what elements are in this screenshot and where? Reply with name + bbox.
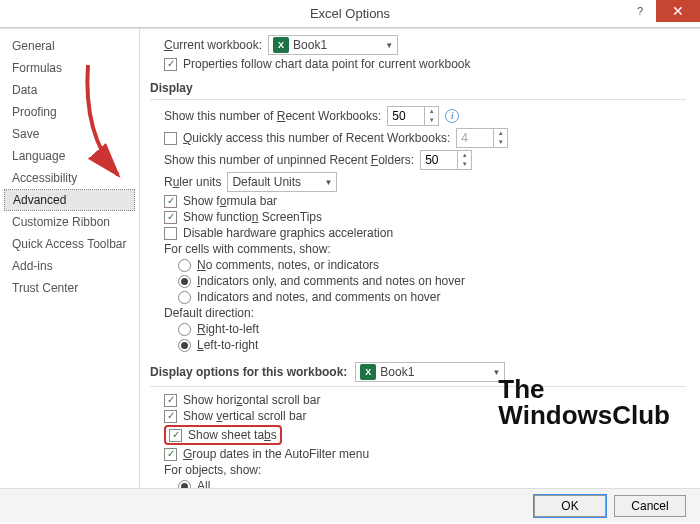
- dir-rtl-label: Right-to-left: [197, 322, 259, 336]
- dir-ltr-radio[interactable]: [178, 339, 191, 352]
- screentips-label: Show function ScreenTips: [183, 210, 322, 224]
- group-dates-checkbox[interactable]: ✓: [164, 448, 177, 461]
- comments-opt3: Indicators and notes, and comments on ho…: [150, 290, 686, 304]
- dialog-footer: OK Cancel: [0, 488, 700, 522]
- ruler-dropdown[interactable]: Default Units ▼: [227, 172, 337, 192]
- chevron-down-icon: ▼: [375, 41, 393, 50]
- objects-all: All: [150, 479, 686, 488]
- hw-accel-label: Disable hardware graphics acceleration: [183, 226, 393, 240]
- prop-follow-label: Properties follow chart data point for c…: [183, 57, 470, 71]
- current-workbook-row: CCurrent workbook:urrent workbook: X Boo…: [150, 35, 686, 55]
- options-pane: CCurrent workbook:urrent workbook: X Boo…: [140, 29, 700, 488]
- watermark-line1: The: [498, 376, 670, 402]
- dir-rtl: Right-to-left: [150, 322, 686, 336]
- sidebar-item-formulas[interactable]: Formulas: [0, 57, 139, 79]
- workbook-section-label: Display options for this workbook:: [150, 365, 347, 379]
- sidebar-item-trust-center[interactable]: Trust Center: [0, 277, 139, 299]
- ok-button[interactable]: OK: [534, 495, 606, 517]
- comments-radio-none[interactable]: [178, 259, 191, 272]
- dir-rtl-radio[interactable]: [178, 323, 191, 336]
- recent-folders-label: Show this number of unpinned Recent Fold…: [164, 153, 414, 167]
- ruler-label: Ruler units: [164, 175, 221, 189]
- dir-ltr: Left-to-right: [150, 338, 686, 352]
- current-workbook-value: Book1: [293, 38, 327, 52]
- cancel-button[interactable]: Cancel: [614, 495, 686, 517]
- formula-bar-row: ✓ Show formula bar: [150, 194, 686, 208]
- sidebar-item-data[interactable]: Data: [0, 79, 139, 101]
- sidebar-item-quick-access-toolbar[interactable]: Quick Access Toolbar: [0, 233, 139, 255]
- current-workbook-label: CCurrent workbook:urrent workbook:: [164, 38, 262, 52]
- info-icon[interactable]: i: [445, 109, 459, 123]
- group-dates-row: ✓ Group dates in the AutoFilter menu: [150, 447, 686, 461]
- window-buttons: ? ✕: [624, 0, 700, 22]
- recent-workbooks-input[interactable]: [388, 107, 424, 125]
- hscroll-checkbox[interactable]: ✓: [164, 394, 177, 407]
- current-workbook-dropdown[interactable]: X Book1 ▼: [268, 35, 398, 55]
- quick-access-input: [457, 129, 493, 147]
- quick-access-label: Quickly access this number of Recent Wor…: [183, 131, 450, 145]
- sidebar-item-addins[interactable]: Add-ins: [0, 255, 139, 277]
- comments-opt1-label: No comments, notes, or indicators: [197, 258, 379, 272]
- sheet-tabs-checkbox[interactable]: ✓: [169, 429, 182, 442]
- hscroll-label: Show horizontal scroll bar: [183, 393, 320, 407]
- excel-icon: X: [273, 37, 289, 53]
- sidebar-item-customize-ribbon[interactable]: Customize Ribbon: [0, 211, 139, 233]
- sidebar-item-proofing[interactable]: Proofing: [0, 101, 139, 123]
- sidebar-item-accessibility[interactable]: Accessibility: [0, 167, 139, 189]
- title-bar: Excel Options ? ✕: [0, 0, 700, 28]
- prop-follow-row: ✓ Properties follow chart data point for…: [150, 57, 686, 71]
- workbook-dropdown[interactable]: X Book1 ▼: [355, 362, 505, 382]
- hw-accel-checkbox[interactable]: [164, 227, 177, 240]
- formula-bar-checkbox[interactable]: ✓: [164, 195, 177, 208]
- default-dir-header: Default direction:: [150, 306, 686, 320]
- quick-access-spinner: ▲▼: [456, 128, 508, 148]
- recent-folders-row: Show this number of unpinned Recent Fold…: [150, 150, 686, 170]
- vscroll-checkbox[interactable]: ✓: [164, 410, 177, 423]
- category-sidebar: General Formulas Data Proofing Save Lang…: [0, 29, 140, 488]
- recent-workbooks-spinner[interactable]: ▲▼: [387, 106, 439, 126]
- objects-header: For objects, show:: [150, 463, 686, 477]
- hw-accel-row: Disable hardware graphics acceleration: [150, 226, 686, 240]
- recent-folders-spinner[interactable]: ▲▼: [420, 150, 472, 170]
- dialog-body: General Formulas Data Proofing Save Lang…: [0, 28, 700, 488]
- help-button[interactable]: ?: [624, 0, 656, 22]
- objects-all-label: All: [197, 479, 210, 488]
- comments-opt2-label: Indicators only, and comments and notes …: [197, 274, 465, 288]
- quick-access-checkbox[interactable]: [164, 132, 177, 145]
- comments-radio-indicators[interactable]: [178, 275, 191, 288]
- excel-icon: X: [360, 364, 376, 380]
- screentips-checkbox[interactable]: ✓: [164, 211, 177, 224]
- close-button[interactable]: ✕: [656, 0, 700, 22]
- sidebar-item-language[interactable]: Language: [0, 145, 139, 167]
- objects-all-radio[interactable]: [178, 480, 191, 489]
- sidebar-item-advanced[interactable]: Advanced: [4, 189, 135, 211]
- recent-workbooks-label: Show this number of Recent Workbooks:: [164, 109, 381, 123]
- watermark: The WindowsClub: [498, 376, 670, 428]
- comments-header: For cells with comments, show:: [150, 242, 686, 256]
- window-title: Excel Options: [310, 6, 390, 21]
- sheet-tabs-highlight: ✓ Show sheet tabs: [164, 425, 282, 445]
- quick-access-row: Quickly access this number of Recent Wor…: [150, 128, 686, 148]
- chevron-down-icon: ▼: [314, 178, 332, 187]
- sidebar-item-general[interactable]: General: [0, 35, 139, 57]
- comments-opt2: Indicators only, and comments and notes …: [150, 274, 686, 288]
- spinner-arrows[interactable]: ▲▼: [424, 107, 438, 125]
- recent-workbooks-row: Show this number of Recent Workbooks: ▲▼…: [150, 106, 686, 126]
- watermark-line2: WindowsClub: [498, 402, 670, 428]
- sidebar-item-save[interactable]: Save: [0, 123, 139, 145]
- sheet-tabs-label: Show sheet tabs: [188, 428, 277, 442]
- formula-bar-label: Show formula bar: [183, 194, 277, 208]
- comments-opt1: No comments, notes, or indicators: [150, 258, 686, 272]
- dir-ltr-label: Left-to-right: [197, 338, 258, 352]
- workbook-value: Book1: [380, 365, 414, 379]
- recent-folders-input[interactable]: [421, 151, 457, 169]
- vscroll-label: Show vertical scroll bar: [183, 409, 306, 423]
- prop-follow-checkbox[interactable]: ✓: [164, 58, 177, 71]
- comments-radio-both[interactable]: [178, 291, 191, 304]
- display-section-header: Display: [150, 81, 686, 100]
- ruler-row: Ruler units Default Units ▼: [150, 172, 686, 192]
- screentips-row: ✓ Show function ScreenTips: [150, 210, 686, 224]
- comments-opt3-label: Indicators and notes, and comments on ho…: [197, 290, 440, 304]
- ruler-value: Default Units: [232, 175, 301, 189]
- group-dates-label: Group dates in the AutoFilter menu: [183, 447, 369, 461]
